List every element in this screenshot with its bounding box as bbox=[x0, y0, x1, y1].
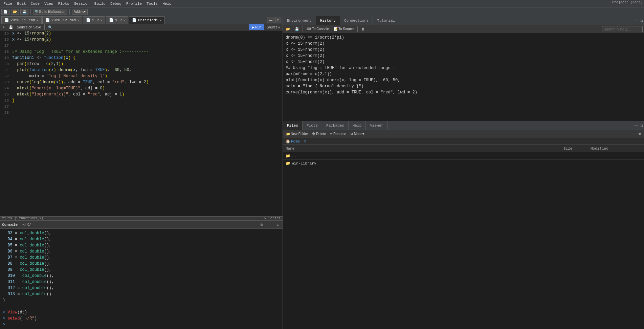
file-row-win-library[interactable]: 📁 win-library bbox=[283, 160, 644, 167]
tab-history[interactable]: History bbox=[316, 16, 340, 25]
load-history-button[interactable]: 📂 bbox=[284, 27, 292, 31]
menu-item-profile[interactable]: Profile bbox=[124, 1, 144, 6]
console-line: D4 = col_double(), bbox=[3, 236, 280, 242]
tab-packages[interactable]: Packages bbox=[322, 121, 349, 130]
line-content: x <- 15+rnorm(2) bbox=[11, 30, 283, 37]
breadcrumb-link-r[interactable]: R bbox=[304, 139, 306, 144]
folder-icon: 📁 bbox=[286, 161, 290, 166]
console-line: D3 = col_double(), bbox=[3, 230, 280, 236]
history-line[interactable]: par(mfrow = c(2,1)) bbox=[286, 71, 641, 77]
new-script-button[interactable]: + bbox=[1, 25, 6, 29]
source-on-save-button[interactable]: Source on Save bbox=[16, 25, 42, 29]
home-icon: 🏠 bbox=[286, 139, 290, 144]
breadcrumb-link-home[interactable]: Home bbox=[291, 139, 300, 144]
menu-item-tools[interactable]: Tools bbox=[145, 1, 160, 6]
find-button[interactable]: 🔍 bbox=[47, 25, 53, 29]
project-badge: Project: (None) bbox=[612, 1, 643, 4]
minimize-files-button[interactable]: — bbox=[633, 123, 639, 128]
more-button[interactable]: ⚙ More ▾ bbox=[349, 132, 366, 136]
menu-item-session[interactable]: Session bbox=[72, 1, 92, 6]
tab-viewer[interactable]: Viewer bbox=[366, 121, 388, 130]
clear-console-button[interactable]: ⊘ bbox=[259, 222, 264, 227]
tab-tutorial[interactable]: Tutorial bbox=[373, 16, 399, 25]
refresh-files-button[interactable]: ↻ bbox=[637, 132, 643, 136]
minimize-right-top-button[interactable]: — bbox=[633, 18, 639, 23]
console-content[interactable]: D3 = col_double(), D4 = col_double(), D5… bbox=[0, 229, 283, 329]
close-icon[interactable]: ✕ bbox=[100, 18, 102, 22]
history-line[interactable]: curve(log(dnorm(x)), add = TRUE, col = "… bbox=[286, 89, 641, 95]
tab-1r[interactable]: 📄 1.R ✕ bbox=[106, 16, 128, 24]
history-line[interactable]: dnorm(0) == 1/sqrt(2*pi) bbox=[286, 35, 641, 41]
close-icon[interactable]: ✕ bbox=[77, 18, 79, 22]
tab-label: History bbox=[320, 19, 336, 23]
history-content[interactable]: dnorm(0) == 1/sqrt(2*pi) x <- 15+rnorm(2… bbox=[283, 33, 644, 121]
refresh-icon: ↻ bbox=[638, 132, 641, 136]
tab-connections[interactable]: Connections bbox=[340, 16, 373, 25]
menu-item-view[interactable]: View bbox=[42, 1, 55, 6]
menu-item-debug[interactable]: Debug bbox=[108, 1, 124, 6]
line-number: 18 bbox=[0, 49, 11, 55]
files-content[interactable]: Name Size Modified 📁 .. 📁 win-library bbox=[283, 145, 644, 329]
code-line-15: 15 x <- 15+rnorm(2) bbox=[0, 30, 283, 37]
history-line[interactable]: x <- 15+rnorm(2) bbox=[286, 47, 641, 53]
delete-file-button[interactable]: 🗑 Delete bbox=[310, 132, 328, 136]
menu-item-build[interactable]: Build bbox=[92, 1, 108, 6]
save-history-button[interactable]: 💾 bbox=[293, 27, 301, 31]
menu-item-edit[interactable]: Edit bbox=[15, 1, 28, 6]
close-icon[interactable]: ✕ bbox=[37, 18, 39, 22]
tab-plots[interactable]: Plots bbox=[303, 121, 322, 130]
new-file-button[interactable]: 📄 bbox=[1, 9, 9, 15]
code-line-24: 24 mtext("dnorm(x, log=TRUE)", adj = 0) bbox=[0, 85, 283, 91]
tab-label: Tutorial bbox=[377, 19, 395, 23]
menu-item-help[interactable]: Help bbox=[160, 1, 173, 6]
history-line[interactable]: x <- 15+rnorm(2) bbox=[286, 41, 641, 47]
history-line[interactable]: main = "log { Normal density }") bbox=[286, 83, 641, 89]
minimize-console-button[interactable]: — bbox=[267, 222, 273, 227]
save-button[interactable]: 💾 bbox=[20, 9, 28, 15]
maximize-editor-button[interactable]: □ bbox=[275, 17, 281, 23]
addins-button[interactable]: Addins ▾ bbox=[72, 9, 88, 15]
run-button[interactable]: ▶ Run bbox=[249, 24, 264, 30]
editor-content[interactable]: 15 x <- 15+rnorm(2) 16 x <- 15+rnorm(2) … bbox=[0, 30, 283, 216]
tab-2020-11-rmd[interactable]: 📄 2020.11.rmd ✕ bbox=[1, 16, 42, 24]
tab-files[interactable]: Files bbox=[283, 121, 303, 130]
delete-history-button[interactable]: 🗑 bbox=[360, 27, 367, 31]
line-content: ## Using "log = TRUE" for an extended ra… bbox=[11, 49, 283, 55]
more-label: More bbox=[354, 132, 362, 136]
function-name: function1(x) bbox=[19, 217, 43, 220]
history-line[interactable]: x <- 15+rnorm(2) bbox=[286, 59, 641, 65]
minimize-editor-button[interactable]: — bbox=[267, 17, 274, 23]
console-line: D11 = col_double(), bbox=[3, 279, 280, 285]
maximize-files-button[interactable]: □ bbox=[639, 123, 644, 128]
file-row-parent[interactable]: 📁 .. bbox=[283, 152, 644, 160]
menu-item-code[interactable]: Code bbox=[29, 1, 42, 6]
save-script-button[interactable]: 💾 bbox=[7, 25, 14, 29]
code-line-18: 18 ## Using "log = TRUE" for an extended… bbox=[0, 49, 283, 55]
open-file-button[interactable]: 📂 bbox=[11, 9, 19, 15]
menu-item-file[interactable]: File bbox=[1, 1, 14, 6]
history-line[interactable]: plot(function(x) dnorm(x, log = TRUE), -… bbox=[286, 77, 641, 83]
menu-item-plots[interactable]: Plots bbox=[56, 1, 71, 6]
tab-2020-12-rmd[interactable]: 📄 2020.12.rmd ✕ bbox=[42, 16, 83, 24]
to-source-button[interactable]: 📝 To Source bbox=[332, 27, 355, 31]
maximize-console-button[interactable]: □ bbox=[276, 222, 281, 227]
tab-2r[interactable]: 📄 2.R ✕ bbox=[83, 16, 105, 24]
maximize-right-top-button[interactable]: □ bbox=[639, 18, 644, 23]
tab-environment[interactable]: Environment bbox=[283, 16, 316, 25]
console-line: > setwd("~/R") bbox=[3, 315, 280, 322]
close-icon[interactable]: ✕ bbox=[159, 18, 161, 22]
to-console-button[interactable]: ⌨ To Console bbox=[305, 27, 331, 31]
go-to-file-button[interactable]: 🔍 Go to file/function bbox=[33, 9, 67, 15]
source-button[interactable]: Source ▾ bbox=[265, 25, 281, 29]
line-content: main = "log { Normal density }") bbox=[11, 73, 283, 79]
right-bottom-panel: Files Plots Packages Help Viewer — □ bbox=[283, 121, 644, 329]
tab-help[interactable]: Help bbox=[349, 121, 366, 130]
rename-file-button[interactable]: ✏ Rename bbox=[328, 132, 348, 136]
new-folder-button[interactable]: 📁 New Folder bbox=[284, 132, 310, 136]
history-line[interactable]: x <- 15+rnorm(2) bbox=[286, 53, 641, 59]
function-icon: ƒ bbox=[15, 217, 17, 220]
history-search-input[interactable] bbox=[602, 26, 643, 32]
tab-untitled1[interactable]: 📄 Untitled1 ✕ bbox=[129, 16, 164, 24]
close-icon[interactable]: ✕ bbox=[123, 18, 125, 22]
history-line[interactable]: ## Using "log = TRUE" for an extended ra… bbox=[286, 65, 641, 71]
